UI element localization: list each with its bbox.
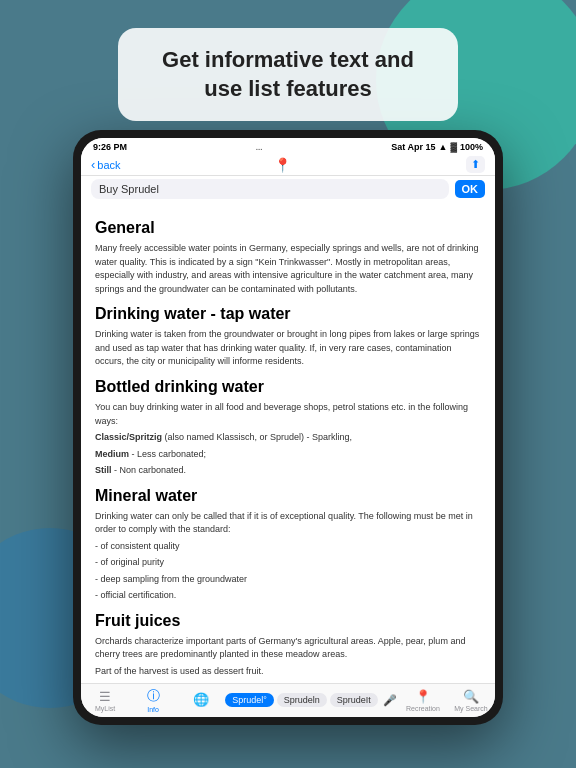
fruit-juices-heading: Fruit juices [95,609,481,632]
my-search-icon: 🔍 [463,689,479,704]
status-time: 9:26 PM [93,142,127,152]
bottled-intro: You can buy drinking water in all food a… [95,401,481,428]
drinking-water-heading: Drinking water - tap water [95,302,481,325]
info-label: Info [147,706,159,713]
bottled-item-3: Still - Non carbonated. [95,464,481,478]
tab-mylist[interactable]: ☰ MyList [81,689,129,712]
mineral-item-2: - of original purity [95,556,481,570]
pill-sprudeln[interactable]: Sprudeln [277,693,327,707]
fruit-text-1: Orchards characterize important parts of… [95,635,481,662]
ok-button[interactable]: OK [455,180,486,198]
general-text: Many freely accessible water points in G… [95,242,481,296]
pill-sprudel[interactable]: Sprudel° [225,693,274,707]
search-input-text: Buy Sprudel [99,183,159,195]
ipad-frame: 9:26 PM ... Sat Apr 15 ▲ ▓ 100% ‹ back 📍… [73,130,503,725]
bottled-item-1: Classic/Spritzig (also named Klassisch, … [95,431,481,445]
nav-bar: ‹ back 📍 ⬆ [81,154,495,176]
status-bar: 9:26 PM ... Sat Apr 15 ▲ ▓ 100% [81,138,495,154]
info-icon: ⓘ [147,687,160,705]
tab-recreation[interactable]: 📍 Recreation [399,689,447,712]
header-tooltip-text: Get informative text and use list featur… [162,47,414,101]
back-label: back [97,159,120,171]
bottled-item-2: Medium - Less carbonated; [95,448,481,462]
mineral-item-4: - official certification. [95,589,481,603]
my-search-label: My Search [454,705,487,712]
mineral-intro: Drinking water can only be called that i… [95,510,481,537]
globe-icon: 🌐 [193,692,209,707]
drinking-water-text: Drinking water is taken from the groundw… [95,328,481,369]
main-content: General Many freely accessible water poi… [81,202,495,683]
mineral-item-3: - deep sampling from the groundwater [95,573,481,587]
mylist-label: MyList [95,705,115,712]
fruit-text-2: Part of the harvest is used as dessert f… [95,665,481,679]
mylist-icon: ☰ [99,689,111,704]
recreation-label: Recreation [406,705,440,712]
search-input-wrapper[interactable]: Buy Sprudel [91,179,449,199]
status-date: Sat Apr 15 [391,142,435,152]
back-chevron-icon: ‹ [91,157,95,172]
back-button[interactable]: ‹ back [91,157,121,172]
pill-sprudeit[interactable]: SprudeIt [330,693,378,707]
share-icon[interactable]: ⬆ [466,156,485,173]
tab-info[interactable]: ⓘ Info [129,687,177,713]
tab-pills-area: Sprudel° Sprudeln SprudeIt 🎤 [225,693,399,707]
battery-percent: 100% [460,142,483,152]
tab-bar: ☰ MyList ⓘ Info 🌐 Sprudel° Sprudeln Spru… [81,683,495,717]
tab-globe[interactable]: 🌐 [177,692,225,708]
bottled-heading: Bottled drinking water [95,375,481,398]
search-area: Buy Sprudel OK [81,176,495,202]
tab-my-search[interactable]: 🔍 My Search [447,689,495,712]
battery-icon: ▓ [450,142,457,152]
status-camera: ... [234,143,284,152]
wifi-icon: ▲ [438,142,447,152]
header-tooltip: Get informative text and use list featur… [118,28,458,121]
general-heading: General [95,216,481,239]
recreation-icon: 📍 [415,689,431,704]
status-right: Sat Apr 15 ▲ ▓ 100% [391,142,483,152]
mineral-item-1: - of consistent quality [95,540,481,554]
ipad-screen: 9:26 PM ... Sat Apr 15 ▲ ▓ 100% ‹ back 📍… [81,138,495,717]
mineral-heading: Mineral water [95,484,481,507]
nav-center: 📍 [121,157,445,173]
nav-location-icon: 📍 [274,157,291,173]
mic-icon[interactable]: 🎤 [383,694,397,707]
